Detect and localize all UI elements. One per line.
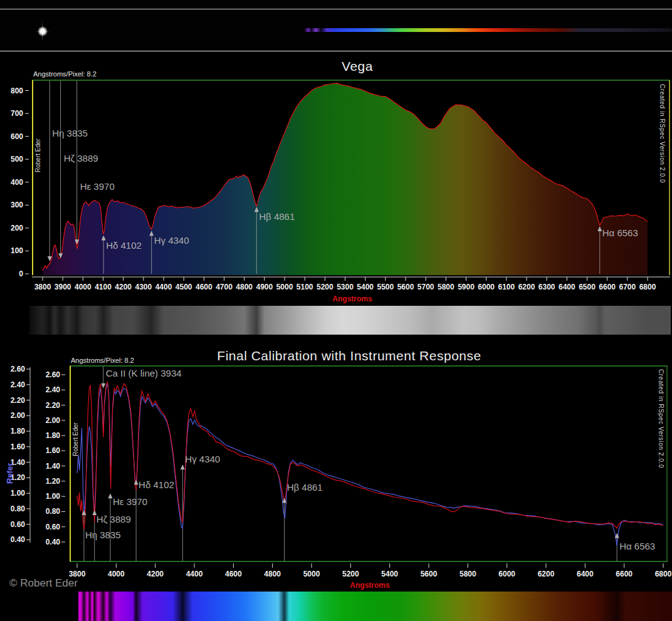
chart2-created-note: Created in RSpec Version 2.0.0 <box>658 369 664 468</box>
svg-text:5600: 5600 <box>397 283 414 291</box>
svg-text:3800: 3800 <box>34 283 51 291</box>
svg-text:3900: 3900 <box>55 283 71 291</box>
svg-text:6500: 6500 <box>579 283 596 291</box>
svg-text:2.00: 2.00 <box>11 411 26 420</box>
svg-text:5500: 5500 <box>377 283 394 291</box>
svg-text:4800: 4800 <box>236 283 253 291</box>
chart2-plot: Ca II (K line) 3934Hη 3835Hζ 3889Hε 3970… <box>11 365 672 578</box>
charts-overlay: Hη 3835Hζ 3889Hε 3970Hδ 4102Hγ 4340Hβ 48… <box>0 0 672 621</box>
svg-text:Hα 6563: Hα 6563 <box>602 227 638 238</box>
svg-text:6000: 6000 <box>478 283 495 291</box>
chart1-scale-note: Angstroms/Pixel: 8.2 <box>33 70 97 78</box>
svg-text:5300: 5300 <box>337 283 354 291</box>
svg-text:600: 600 <box>11 132 23 141</box>
svg-text:500: 500 <box>11 155 23 164</box>
chart1-x-axis-label: Angstroms <box>321 295 384 303</box>
svg-text:5700: 5700 <box>417 283 434 291</box>
svg-text:4800: 4800 <box>264 570 281 578</box>
svg-text:300: 300 <box>11 201 23 209</box>
svg-text:1.80: 1.80 <box>11 427 26 436</box>
svg-text:6600: 6600 <box>599 283 616 291</box>
chart1-plot: Hη 3835Hζ 3889Hε 3970Hδ 4102Hγ 4340Hβ 48… <box>11 80 670 291</box>
chart1-watermark: Robert Eder <box>34 138 41 172</box>
svg-text:2.40: 2.40 <box>46 385 61 394</box>
svg-text:5100: 5100 <box>297 283 313 291</box>
svg-text:4600: 4600 <box>225 570 242 578</box>
svg-text:5800: 5800 <box>438 283 454 291</box>
svg-text:2.40: 2.40 <box>11 380 26 389</box>
svg-text:5400: 5400 <box>357 283 374 291</box>
svg-text:0.60: 0.60 <box>11 520 26 529</box>
svg-text:Hγ 4340: Hγ 4340 <box>185 454 220 464</box>
svg-text:5800: 5800 <box>459 570 476 578</box>
svg-text:Hζ 3889: Hζ 3889 <box>97 514 131 524</box>
svg-text:6400: 6400 <box>577 570 594 578</box>
svg-text:1.20: 1.20 <box>46 477 61 486</box>
chart2-scale-note: Angstroms/Pixel: 8.2 <box>71 357 134 364</box>
chart1-y-axis: 0100200300400500600700800 <box>11 86 29 279</box>
copyright-watermark: © Robert Eder <box>9 577 78 590</box>
svg-text:800: 800 <box>11 86 23 95</box>
svg-text:Hδ 4102: Hδ 4102 <box>139 479 174 490</box>
svg-text:6600: 6600 <box>616 570 633 578</box>
svg-text:Hε 3970: Hε 3970 <box>80 181 115 192</box>
svg-text:2.60: 2.60 <box>11 365 26 373</box>
svg-text:Hζ 3889: Hζ 3889 <box>64 153 98 164</box>
svg-text:5600: 5600 <box>421 570 438 578</box>
svg-text:4500: 4500 <box>176 283 192 291</box>
chart2-y-axis-inner: 0.400.600.801.001.201.401.601.802.002.20… <box>46 370 65 546</box>
svg-text:5000: 5000 <box>303 570 320 578</box>
color-spectrum-strip <box>78 592 672 621</box>
svg-text:1.40: 1.40 <box>46 462 61 471</box>
svg-text:Hβ 4861: Hβ 4861 <box>287 482 323 493</box>
svg-text:4300: 4300 <box>135 283 152 291</box>
svg-text:4900: 4900 <box>256 283 273 291</box>
svg-text:Hδ 4102: Hδ 4102 <box>106 240 142 251</box>
chart1-title: Vega <box>38 59 672 74</box>
svg-text:Ca II (K line) 3934: Ca II (K line) 3934 <box>106 368 182 378</box>
svg-text:6400: 6400 <box>559 283 575 291</box>
svg-text:4000: 4000 <box>75 283 92 291</box>
chart2-annotations: Ca II (K line) 3934Hη 3835Hζ 3889Hε 3970… <box>81 368 655 551</box>
chart2-y-axis-outer: 0.400.600.801.001.201.401.601.802.002.20… <box>11 365 30 544</box>
svg-text:Hε 3970: Hε 3970 <box>113 496 147 507</box>
svg-text:5400: 5400 <box>381 570 398 578</box>
svg-text:Hη 3835: Hη 3835 <box>85 530 121 540</box>
chart2-curve-calibrated <box>77 382 663 530</box>
svg-text:4200: 4200 <box>115 283 132 291</box>
svg-text:0.60: 0.60 <box>46 523 61 531</box>
svg-text:Hγ 4340: Hγ 4340 <box>154 235 189 246</box>
svg-text:2.00: 2.00 <box>46 416 61 425</box>
svg-text:2.20: 2.20 <box>11 396 26 405</box>
svg-text:6800: 6800 <box>639 283 656 291</box>
svg-text:1.60: 1.60 <box>11 442 26 451</box>
chart2-x-axis: 3800400042004400460048005000520054005600… <box>69 563 672 578</box>
svg-text:6000: 6000 <box>498 570 515 578</box>
svg-text:Hβ 4861: Hβ 4861 <box>259 211 295 222</box>
svg-text:2.20: 2.20 <box>46 401 61 410</box>
chart2-line-markers <box>84 367 617 561</box>
svg-text:1.80: 1.80 <box>46 431 61 440</box>
svg-text:Hα 6563: Hα 6563 <box>619 541 655 551</box>
svg-text:4400: 4400 <box>186 570 203 578</box>
svg-text:4100: 4100 <box>95 283 112 291</box>
chart1-created-note: Created in RSpec Version 2.0.0 <box>659 84 666 183</box>
svg-text:700: 700 <box>11 109 23 118</box>
chart2-x-axis-label: Angstroms <box>339 581 401 590</box>
chart2-y-axis-label: Refer. <box>5 461 14 484</box>
rspec-screenshot: Hη 3835Hζ 3889Hε 3970Hδ 4102Hγ 4340Hβ 48… <box>0 0 672 621</box>
chart2-watermark: Robert Eder <box>72 422 79 456</box>
chart1-x-axis: 3800390040004100420043004400450046004700… <box>32 277 670 291</box>
chart2-title: Final Calibration with Instrument Respon… <box>125 348 573 363</box>
svg-text:6200: 6200 <box>538 570 555 578</box>
svg-text:400: 400 <box>11 178 23 187</box>
svg-text:5000: 5000 <box>276 283 293 291</box>
svg-text:0.80: 0.80 <box>46 507 61 516</box>
svg-text:100: 100 <box>11 246 23 255</box>
svg-text:0.40: 0.40 <box>11 535 26 544</box>
svg-text:4200: 4200 <box>147 570 164 578</box>
svg-text:4700: 4700 <box>216 283 233 291</box>
svg-text:6700: 6700 <box>619 283 636 291</box>
svg-text:6200: 6200 <box>518 283 535 291</box>
svg-text:4600: 4600 <box>196 283 213 291</box>
